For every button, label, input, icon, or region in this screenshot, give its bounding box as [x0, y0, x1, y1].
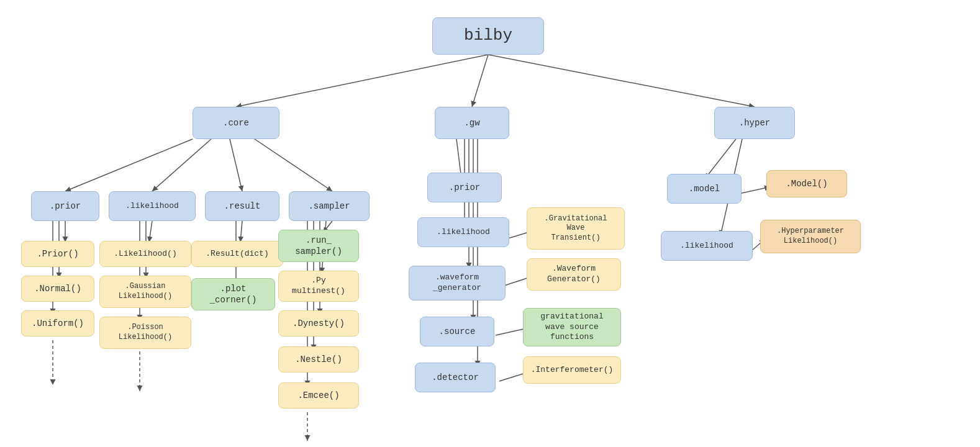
node-plot-corner: .plot _corner() [191, 278, 275, 310]
node-likelihood-core: .likelihood [109, 191, 196, 221]
node-hyperparam-likelihood: .Hyperparameter Likelihood() [760, 220, 861, 253]
node-gaussian-likelihood: .Gaussian Likelihood() [99, 276, 191, 308]
node-result-dict: .Result(dict) [191, 241, 283, 267]
node-grav-wave-transient: .Gravitational Wave Transient() [527, 207, 625, 250]
node-waveform-gen: .waveform _generator [409, 266, 506, 300]
node-grav-wave-source: gravitational wave source functions [523, 308, 621, 346]
diagram: bilby .core .gw .hyper .prior .likelihoo… [0, 0, 980, 447]
svg-line-4 [65, 139, 193, 191]
node-gw: .gw [435, 107, 509, 139]
node-poisson-likelihood: .Poisson Likelihood() [99, 317, 191, 349]
node-nestle: .Nestle() [278, 346, 359, 372]
node-likelihood-hyper: .likelihood [661, 231, 753, 261]
node-uniform-class: .Uniform() [21, 310, 94, 336]
node-likelihood-gw: .likelihood [417, 217, 509, 247]
svg-line-33 [705, 139, 736, 179]
node-bilby: bilby [432, 17, 544, 55]
svg-line-3 [488, 55, 755, 107]
node-prior-core: .prior [31, 191, 99, 221]
svg-line-16 [240, 221, 242, 242]
node-result: .result [205, 191, 279, 221]
svg-line-6 [230, 139, 242, 191]
svg-line-1 [236, 55, 488, 107]
node-run-sampler: .run_ sampler() [278, 230, 359, 262]
node-sampler: .sampler [289, 191, 370, 221]
node-model-class: .Model() [766, 170, 847, 197]
node-source: .source [420, 317, 494, 346]
node-core: .core [193, 107, 279, 139]
node-waveform-generator: .Waveform Generator() [527, 258, 621, 291]
node-interferometer: .Interferometer() [523, 356, 621, 384]
node-detector: .detector [415, 363, 496, 392]
node-dynesty: .Dynesty() [278, 310, 359, 336]
node-prior-gw: .prior [427, 173, 502, 202]
node-prior-class: .Prior() [21, 241, 94, 267]
svg-line-12 [149, 221, 152, 242]
node-normal-class: .Normal() [21, 276, 94, 302]
svg-line-2 [472, 55, 488, 107]
node-hyper: .hyper [714, 107, 795, 139]
node-likelihood-class: .Likelihood() [99, 241, 191, 267]
node-emcee: .Emcee() [278, 382, 359, 409]
node-model-hyper: .model [667, 174, 742, 204]
node-pymultinest: .Py multinest() [278, 271, 359, 302]
svg-line-7 [255, 139, 332, 191]
svg-line-35 [739, 187, 770, 194]
svg-line-5 [152, 139, 211, 191]
